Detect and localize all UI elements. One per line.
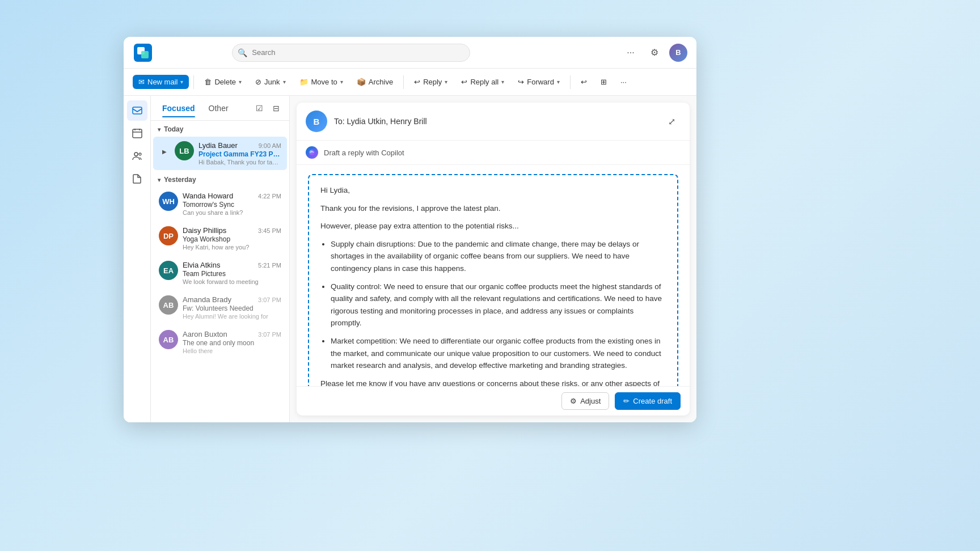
mail-item[interactable]: ▶ LB Lydia Bauer 9:00 AM Project Gamma F… <box>153 137 287 170</box>
table-button[interactable]: ⊞ <box>595 75 612 89</box>
delete-button[interactable]: 🗑 Delete ▾ <box>198 75 247 89</box>
email-expand-button[interactable]: ⤢ <box>662 112 681 130</box>
forward-chevron-icon: ▾ <box>557 79 560 85</box>
reply-all-button[interactable]: ↩ Reply all ▾ <box>455 75 510 89</box>
move-to-chevron-icon: ▾ <box>340 79 343 85</box>
draft-box: Hi Lydia, Thank you for the revisions, I… <box>308 174 678 386</box>
sender-avatar: EA <box>159 261 178 280</box>
sidebar-files-button[interactable] <box>127 168 147 189</box>
mail-sender-name: Aaron Buxton <box>183 330 227 338</box>
toolbar-divider-1 <box>193 75 194 89</box>
search-bar: 🔍 <box>232 44 470 62</box>
svg-rect-2 <box>141 51 149 58</box>
mail-info: Daisy Phillips 3:45 PM Yoga Workshop Hey… <box>183 226 281 251</box>
search-input[interactable] <box>232 44 470 62</box>
mail-time: 5:21 PM <box>258 262 281 269</box>
new-mail-button[interactable]: ✉ New mail ▾ <box>133 75 189 89</box>
sender-avatar: LB <box>175 141 194 160</box>
copilot-label: Draft a reply with Copilot <box>324 149 404 157</box>
tab-other[interactable]: Other <box>203 100 234 116</box>
reading-pane: B To: Lydia Utkin, Henry Brill ⤢ <box>290 96 696 422</box>
sidebar-calendar-button[interactable] <box>127 123 147 143</box>
mark-read-button[interactable]: ☑ <box>252 101 267 116</box>
mail-time: 3:07 PM <box>258 331 281 338</box>
draft-bullet2: Quality control: We need to ensure that … <box>331 281 666 329</box>
mail-subject: Fw: Volunteers Needed <box>183 304 281 312</box>
mail-subject: Project Gamma FY23 Planni <box>198 150 281 158</box>
mail-sender-name: Daisy Phillips <box>183 226 226 235</box>
new-mail-icon: ✉ <box>138 78 145 86</box>
adjust-label: Adjust <box>580 397 601 405</box>
today-chevron-icon[interactable]: ▾ <box>158 126 160 133</box>
draft-para2: However, please pay extra attention to t… <box>320 220 666 232</box>
email-sender-avatar: B <box>306 111 327 132</box>
mail-item[interactable]: WH Wanda Howard 4:22 PM Tomorrow's Sync … <box>153 187 287 221</box>
mail-item[interactable]: AB Aaron Buxton 3:07 PM The one and only… <box>153 325 287 359</box>
reply-all-icon: ↩ <box>461 78 467 86</box>
sender-avatar: AB <box>159 330 178 349</box>
mail-preview: We look forward to meeting <box>183 278 281 285</box>
create-draft-icon: ✏ <box>623 397 630 405</box>
sidebar-mail-button[interactable] <box>127 100 147 121</box>
toolbar: ✉ New mail ▾ 🗑 Delete ▾ ⊘ Junk ▾ 📁 Move … <box>124 69 696 96</box>
mail-list: ▾ Today ▶ LB Lydia Bauer 9:00 AM Project… <box>151 121 289 422</box>
mail-info: Elvia Atkins 5:21 PM Team Pictures We lo… <box>183 261 281 285</box>
sender-avatar: DP <box>159 226 178 245</box>
mail-info: Wanda Howard 4:22 PM Tomorrow's Sync Can… <box>183 192 281 216</box>
toolbar-divider-2 <box>403 75 404 89</box>
email-to: To: Lydia Utkin, Henry Brill <box>334 117 427 126</box>
mail-item[interactable]: EA Elvia Atkins 5:21 PM Team Pictures We… <box>153 256 287 290</box>
draft-greeting: Hi Lydia, <box>320 184 666 197</box>
reply-button[interactable]: ↩ Reply ▾ <box>408 75 453 89</box>
move-to-button[interactable]: 📁 Move to ▾ <box>294 75 349 89</box>
draft-bullet3: Market competition: We need to different… <box>331 335 666 372</box>
archive-button[interactable]: 📦 Archive <box>351 75 399 89</box>
email-view: B To: Lydia Utkin, Henry Brill ⤢ <box>297 103 690 416</box>
settings-button[interactable]: ⚙ <box>645 44 664 62</box>
sidebar-people-button[interactable] <box>127 146 147 166</box>
mail-sender-row: Amanda Brady 3:07 PM <box>183 295 281 304</box>
expand-thread-icon[interactable]: ▶ <box>159 146 170 157</box>
mail-subject: The one and only moon <box>183 339 281 347</box>
tab-focused[interactable]: Focused <box>157 100 201 116</box>
mail-time: 4:22 PM <box>258 193 281 200</box>
mail-sender-name: Lydia Bauer <box>198 141 238 150</box>
svg-point-7 <box>309 150 315 155</box>
mail-time: 9:00 AM <box>259 142 281 149</box>
toolbar-more-button[interactable]: ··· <box>615 75 632 89</box>
create-draft-button[interactable]: ✏ Create draft <box>615 392 681 410</box>
move-to-icon: 📁 <box>299 78 309 86</box>
sidebar-nav <box>124 96 151 422</box>
svg-rect-4 <box>133 129 142 138</box>
yesterday-chevron-icon[interactable]: ▾ <box>158 177 160 183</box>
undo-button[interactable]: ↩ <box>575 75 593 89</box>
delete-icon: 🗑 <box>204 78 212 86</box>
mail-info: Amanda Brady 3:07 PM Fw: Volunteers Need… <box>183 295 281 320</box>
draft-content: Hi Lydia, Thank you for the revisions, I… <box>297 165 690 386</box>
mail-item[interactable]: AB Amanda Brady 3:07 PM Fw: Volunteers N… <box>153 291 287 324</box>
app-logo <box>133 43 153 63</box>
mail-sender-name: Amanda Brady <box>183 295 231 304</box>
reply-chevron-icon: ▾ <box>445 79 447 85</box>
forward-icon: ↪ <box>518 78 524 86</box>
forward-button[interactable]: ↪ Forward ▾ <box>512 75 565 89</box>
search-icon: 🔍 <box>238 48 247 57</box>
new-mail-label: New mail <box>147 78 178 86</box>
copilot-bar[interactable]: Draft a reply with Copilot <box>297 141 690 165</box>
today-label: Today <box>164 125 183 133</box>
top-bar: 🔍 ··· ⚙ B <box>124 37 696 69</box>
top-right-actions: ··· ⚙ B <box>622 44 687 62</box>
adjust-button[interactable]: ⚙ Adjust <box>561 392 609 410</box>
mail-subject: Tomorrow's Sync <box>183 201 281 209</box>
junk-button[interactable]: ⊘ Junk ▾ <box>250 75 291 89</box>
svg-rect-3 <box>133 107 142 114</box>
filter-button[interactable]: ⊟ <box>269 101 284 116</box>
svg-point-6 <box>139 153 141 155</box>
mail-preview: Can you share a link? <box>183 209 281 216</box>
draft-para3: Please let me know if you have any quest… <box>320 378 666 386</box>
main-content: Focused Other ☑ ⊟ ▾ Today ▶ LB <box>124 96 696 422</box>
archive-icon: 📦 <box>357 78 366 86</box>
mail-item[interactable]: DP Daisy Phillips 3:45 PM Yoga Workshop … <box>153 222 287 255</box>
user-avatar[interactable]: B <box>669 44 687 62</box>
more-options-button[interactable]: ··· <box>622 44 640 62</box>
